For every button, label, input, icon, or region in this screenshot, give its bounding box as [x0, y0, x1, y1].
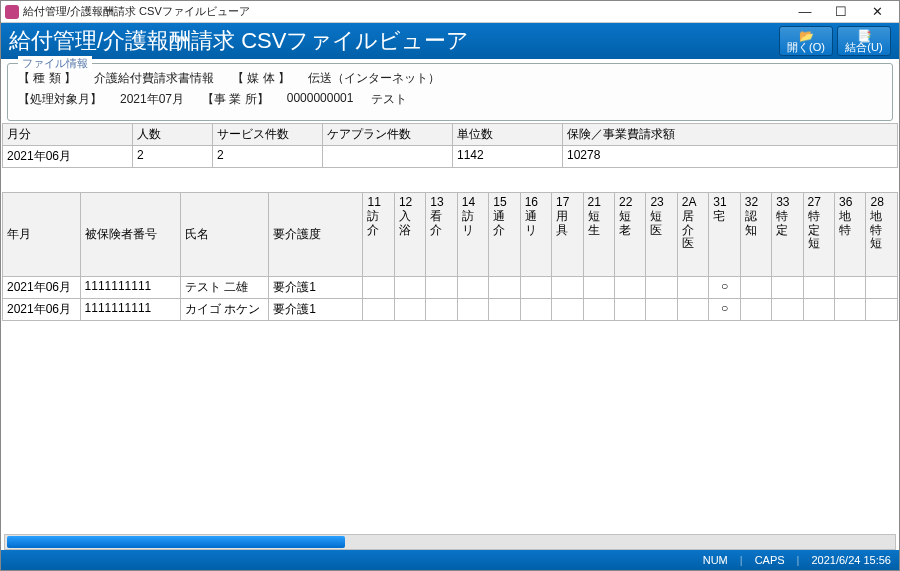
cell-services: 2: [213, 146, 323, 168]
cell-ym: 2021年06月: [3, 277, 81, 299]
scrollbar-thumb[interactable]: [7, 536, 345, 548]
col-service-15: 15 通 介: [489, 193, 520, 277]
cell-units: 1142: [453, 146, 563, 168]
maximize-button[interactable]: ☐: [823, 2, 859, 22]
col-month: 月分: [3, 124, 133, 146]
col-service-27: 27 特 定 短: [803, 193, 834, 277]
window-titlebar: 給付管理/介護報酬請求 CSVファイルビューア ― ☐ ✕: [1, 1, 899, 23]
cell-service-13: [426, 299, 457, 321]
cell-service-28: [866, 277, 898, 299]
media-label: 【 媒 体 】: [232, 70, 290, 87]
cell-careplans: [323, 146, 453, 168]
col-service-14: 14 訪 リ: [457, 193, 488, 277]
col-service-12: 12 入 浴: [394, 193, 425, 277]
cell-service-22: [614, 277, 645, 299]
cell-service-27: [803, 277, 834, 299]
cell-people: 2: [133, 146, 213, 168]
col-name: 氏名: [181, 193, 269, 277]
cell-service-31: ○: [709, 277, 740, 299]
col-service-16: 16 通 リ: [520, 193, 551, 277]
col-service-17: 17 用 具: [552, 193, 583, 277]
col-carelevel: 要介護度: [269, 193, 363, 277]
cell-service-16: [520, 277, 551, 299]
cell-service-16: [520, 299, 551, 321]
col-service-2A: 2A 居 介 医: [677, 193, 708, 277]
col-service-32: 32 認 知: [740, 193, 771, 277]
cell-service-12: [394, 299, 425, 321]
cell-service-11: [363, 299, 394, 321]
cell-service-28: [866, 299, 898, 321]
summary-header-row: 月分 人数 サービス件数 ケアプラン件数 単位数 保険／事業費請求額: [3, 124, 898, 146]
open-label: 開く(O): [787, 42, 825, 53]
cell-service-32: [740, 299, 771, 321]
cell-service-2A: [677, 299, 708, 321]
cell-service-11: [363, 277, 394, 299]
col-services: サービス件数: [213, 124, 323, 146]
minimize-button[interactable]: ―: [787, 2, 823, 22]
app-header: 給付管理/介護報酬請求 CSVファイルビューア 📂 開く(O) 📑 結合(U): [1, 23, 899, 59]
table-row[interactable]: 2021年06月1111111111テスト 二雄要介護1○: [3, 277, 898, 299]
cell-service-31: ○: [709, 299, 740, 321]
col-service-23: 23 短 医: [646, 193, 677, 277]
file-info-legend: ファイル情報: [18, 56, 92, 71]
cell-service-21: [583, 277, 614, 299]
summary-table: 月分 人数 サービス件数 ケアプラン件数 単位数 保険／事業費請求額 2021年…: [2, 123, 898, 168]
type-value: 介護給付費請求書情報: [94, 70, 214, 87]
summary-table-wrap: 月分 人数 サービス件数 ケアプラン件数 単位数 保険／事業費請求額 2021年…: [1, 123, 899, 168]
col-people: 人数: [133, 124, 213, 146]
cell-service-36: [835, 277, 866, 299]
office-name: テスト: [371, 91, 407, 108]
cell-service-22: [614, 299, 645, 321]
horizontal-scrollbar[interactable]: [4, 534, 896, 550]
cell-service-36: [835, 299, 866, 321]
close-button[interactable]: ✕: [859, 2, 895, 22]
detail-table-wrap: 年月 被保険者番号 氏名 要介護度 11 訪 介12 入 浴13 看 介14 訪…: [1, 192, 899, 550]
merge-button[interactable]: 📑 結合(U): [837, 26, 891, 56]
table-row[interactable]: 2021年06月1111111111カイゴ ホケン要介護1○: [3, 299, 898, 321]
cell-carelevel: 要介護1: [269, 299, 363, 321]
cell-name: テスト 二雄: [181, 277, 269, 299]
status-datetime: 2021/6/24 15:56: [811, 554, 891, 566]
cell-service-33: [772, 277, 803, 299]
cell-service-17: [552, 299, 583, 321]
cell-service-21: [583, 299, 614, 321]
office-code: 0000000001: [287, 91, 354, 108]
cell-service-14: [457, 277, 488, 299]
cell-insured_no: 1111111111: [80, 299, 181, 321]
app-icon: [5, 5, 19, 19]
month-value: 2021年07月: [120, 91, 184, 108]
status-bar: NUM | CAPS | 2021/6/24 15:56: [1, 550, 899, 570]
office-label: 【事 業 所】: [202, 91, 269, 108]
cell-carelevel: 要介護1: [269, 277, 363, 299]
cell-service-27: [803, 299, 834, 321]
col-service-31: 31 宅: [709, 193, 740, 277]
col-service-22: 22 短 老: [614, 193, 645, 277]
cell-service-2A: [677, 277, 708, 299]
cell-service-33: [772, 299, 803, 321]
file-info-group: ファイル情報 【 種 類 】 介護給付費請求書情報 【 媒 体 】 伝送（インタ…: [7, 63, 893, 121]
cell-service-15: [489, 277, 520, 299]
summary-data-row[interactable]: 2021年06月 2 2 1142 10278: [3, 146, 898, 168]
cell-service-13: [426, 277, 457, 299]
col-insured-no: 被保険者番号: [80, 193, 181, 277]
detail-body: 2021年06月1111111111テスト 二雄要介護1○2021年06月111…: [3, 277, 898, 321]
col-bill: 保険／事業費請求額: [563, 124, 898, 146]
cell-name: カイゴ ホケン: [181, 299, 269, 321]
cell-service-23: [646, 299, 677, 321]
month-label: 【処理対象月】: [18, 91, 102, 108]
col-service-33: 33 特 定: [772, 193, 803, 277]
col-service-36: 36 地 特: [835, 193, 866, 277]
cell-month: 2021年06月: [3, 146, 133, 168]
cell-service-15: [489, 299, 520, 321]
detail-table: 年月 被保険者番号 氏名 要介護度 11 訪 介12 入 浴13 看 介14 訪…: [2, 192, 898, 321]
status-num: NUM: [703, 554, 728, 566]
col-service-21: 21 短 生: [583, 193, 614, 277]
page-title: 給付管理/介護報酬請求 CSVファイルビューア: [9, 26, 469, 56]
type-label: 【 種 類 】: [18, 70, 76, 87]
col-service-13: 13 看 介: [426, 193, 457, 277]
open-button[interactable]: 📂 開く(O): [779, 26, 833, 56]
col-ym: 年月: [3, 193, 81, 277]
merge-label: 結合(U): [845, 42, 882, 53]
col-careplans: ケアプラン件数: [323, 124, 453, 146]
status-caps: CAPS: [755, 554, 785, 566]
